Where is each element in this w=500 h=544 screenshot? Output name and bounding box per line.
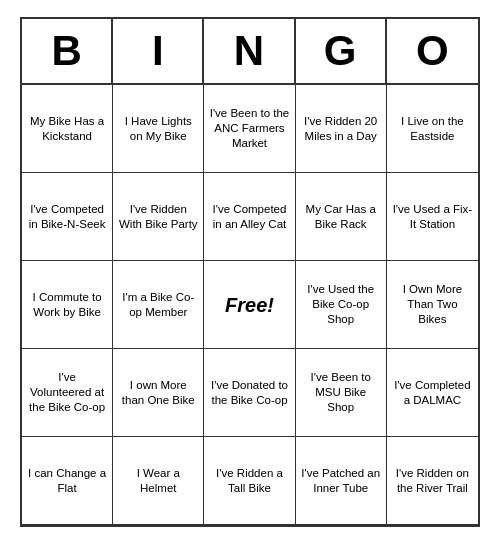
bingo-cell-18[interactable]: I've Been to MSU Bike Shop [296, 349, 387, 437]
bingo-cell-23[interactable]: I've Patched an Inner Tube [296, 437, 387, 525]
bingo-card: BINGO My Bike Has a KickstandI Have Ligh… [20, 17, 480, 527]
bingo-cell-4[interactable]: I Live on the Eastside [387, 85, 478, 173]
bingo-cell-11[interactable]: I'm a Bike Co-op Member [113, 261, 204, 349]
bingo-cell-24[interactable]: I've Ridden on the River Trail [387, 437, 478, 525]
bingo-cell-9[interactable]: I've Used a Fix-It Station [387, 173, 478, 261]
bingo-cell-21[interactable]: I Wear a Helmet [113, 437, 204, 525]
bingo-header: BINGO [22, 19, 478, 85]
bingo-cell-12[interactable]: Free! [204, 261, 295, 349]
bingo-cell-15[interactable]: I've Volunteered at the Bike Co-op [22, 349, 113, 437]
bingo-cell-22[interactable]: I've Ridden a Tall Bike [204, 437, 295, 525]
bingo-cell-3[interactable]: I've Ridden 20 Miles in a Day [296, 85, 387, 173]
bingo-cell-14[interactable]: I Own More Than Two Bikes [387, 261, 478, 349]
bingo-cell-1[interactable]: I Have Lights on My Bike [113, 85, 204, 173]
bingo-cell-19[interactable]: I've Completed a DALMAC [387, 349, 478, 437]
bingo-letter-o: O [387, 19, 478, 83]
bingo-cell-2[interactable]: I've Been to the ANC Farmers Market [204, 85, 295, 173]
bingo-cell-17[interactable]: I've Donated to the Bike Co-op [204, 349, 295, 437]
bingo-cell-20[interactable]: I can Change a Flat [22, 437, 113, 525]
bingo-letter-g: G [296, 19, 387, 83]
bingo-letter-n: N [204, 19, 295, 83]
bingo-cell-13[interactable]: I've Used the Bike Co-op Shop [296, 261, 387, 349]
bingo-letter-b: B [22, 19, 113, 83]
bingo-cell-16[interactable]: I own More than One Bike [113, 349, 204, 437]
bingo-grid: My Bike Has a KickstandI Have Lights on … [22, 85, 478, 525]
bingo-cell-5[interactable]: I've Competed in Bike-N-Seek [22, 173, 113, 261]
bingo-letter-i: I [113, 19, 204, 83]
bingo-cell-10[interactable]: I Commute to Work by Bike [22, 261, 113, 349]
bingo-cell-7[interactable]: I've Competed in an Alley Cat [204, 173, 295, 261]
bingo-cell-0[interactable]: My Bike Has a Kickstand [22, 85, 113, 173]
bingo-cell-6[interactable]: I've Ridden With Bike Party [113, 173, 204, 261]
bingo-cell-8[interactable]: My Car Has a Bike Rack [296, 173, 387, 261]
